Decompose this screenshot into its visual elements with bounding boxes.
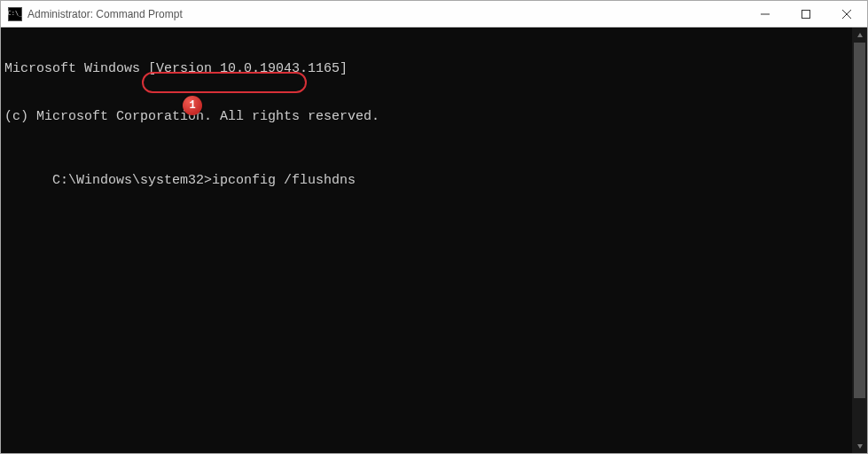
scrollbar-thumb[interactable]	[854, 43, 865, 398]
scrollbar-track[interactable]	[852, 43, 867, 438]
command-prompt-window: Administrator: Command Prompt Microsoft …	[0, 0, 868, 454]
cmd-icon	[8, 7, 22, 21]
vertical-scrollbar[interactable]	[852, 27, 867, 453]
window-title: Administrator: Command Prompt	[27, 8, 183, 20]
svg-rect-1	[802, 10, 810, 18]
command-text: ipconfig /flushdns	[212, 173, 356, 188]
prompt-text: C:\Windows\system32>	[52, 173, 212, 188]
minimize-button[interactable]	[745, 1, 786, 27]
titlebar[interactable]: Administrator: Command Prompt	[1, 1, 867, 27]
terminal-output[interactable]: Microsoft Windows [Version 10.0.19043.11…	[1, 27, 852, 453]
svg-marker-5	[857, 444, 863, 449]
scroll-down-button[interactable]	[852, 438, 867, 453]
client-area: Microsoft Windows [Version 10.0.19043.11…	[1, 27, 867, 453]
close-button[interactable]	[826, 1, 867, 27]
terminal-line: Microsoft Windows [Version 10.0.19043.11…	[4, 61, 848, 77]
maximize-button[interactable]	[786, 1, 826, 27]
terminal-prompt-line: C:\Windows\system32>ipconfig /flushdns	[52, 173, 356, 189]
terminal-line: (c) Microsoft Corporation. All rights re…	[4, 109, 848, 125]
scroll-up-button[interactable]	[852, 27, 867, 43]
svg-marker-4	[857, 33, 863, 37]
